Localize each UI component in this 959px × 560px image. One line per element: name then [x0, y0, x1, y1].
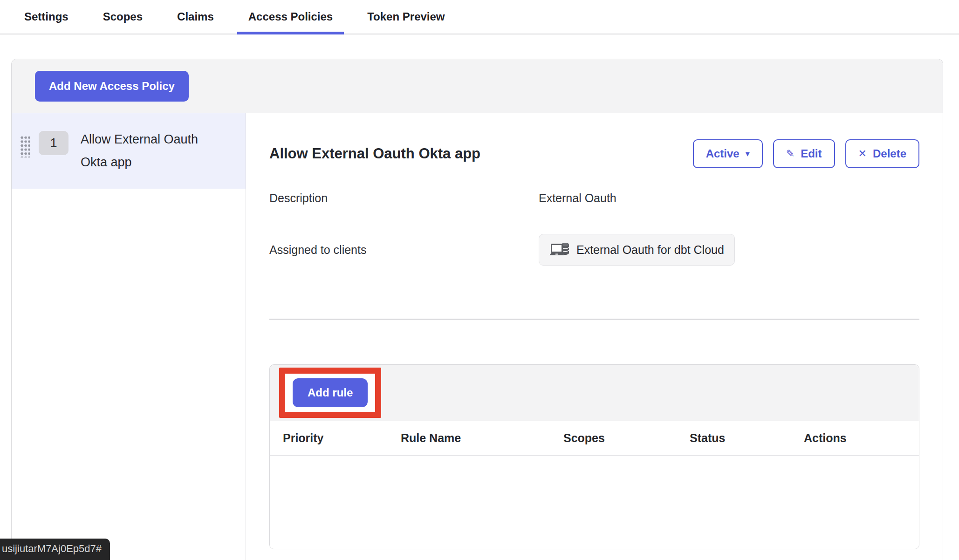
rules-section: Add rule Priority Rule Name Scopes Statu… [269, 364, 919, 549]
add-new-access-policy-button[interactable]: Add New Access Policy [35, 71, 189, 102]
client-chip[interactable]: External Oauth for dbt Cloud [539, 234, 735, 266]
col-status: Status [690, 431, 804, 445]
section-divider [269, 319, 919, 320]
panel-header: Add New Access Policy [12, 59, 943, 113]
rules-header: Add rule [270, 365, 919, 421]
status-link-preview: usijiutarM7Aj0Ep5d7# [0, 539, 110, 560]
col-rule-name: Rule Name [401, 431, 563, 445]
pencil-icon: ✎ [786, 148, 795, 160]
policy-list: 1 Allow External Oauth Okta app [12, 113, 246, 560]
policy-detail: Allow External Oauth Okta app Active ▾ ✎… [246, 113, 943, 560]
description-label: Description [269, 191, 539, 205]
rules-table-body [270, 456, 919, 549]
policy-name: Allow External Oauth Okta app [81, 128, 216, 174]
delete-label: Delete [873, 147, 906, 160]
policy-title: Allow External Oauth Okta app [269, 145, 480, 162]
add-rule-button[interactable]: Add rule [293, 378, 368, 407]
policy-priority-badge: 1 [39, 131, 68, 155]
tab-claims[interactable]: Claims [166, 0, 225, 34]
tab-settings[interactable]: Settings [13, 0, 80, 34]
client-chip-label: External Oauth for dbt Cloud [576, 243, 724, 257]
status-dropdown-button[interactable]: Active ▾ [693, 139, 763, 168]
delete-button[interactable]: ✕ Delete [845, 139, 919, 168]
tab-access-policies[interactable]: Access Policies [237, 0, 344, 34]
client-device-icon [549, 241, 570, 258]
tab-token-preview[interactable]: Token Preview [356, 0, 456, 34]
tab-scopes[interactable]: Scopes [92, 0, 154, 34]
col-scopes: Scopes [563, 431, 690, 445]
edit-label: Edit [801, 147, 822, 160]
tab-bar: Settings Scopes Claims Access Policies T… [0, 0, 959, 34]
assigned-clients-label: Assigned to clients [269, 243, 539, 257]
x-icon: ✕ [858, 148, 867, 160]
drag-handle-icon[interactable] [20, 135, 30, 157]
col-priority: Priority [283, 431, 401, 445]
chevron-down-icon: ▾ [746, 149, 750, 159]
edit-button[interactable]: ✎ Edit [773, 139, 835, 168]
policy-list-item[interactable]: 1 Allow External Oauth Okta app [12, 113, 246, 189]
access-policies-panel: Add New Access Policy 1 Allow External O… [11, 59, 943, 560]
annotation-highlight-box: Add rule [279, 368, 381, 418]
status-label: Active [706, 147, 740, 160]
rules-table-header: Priority Rule Name Scopes Status Actions [270, 421, 919, 456]
description-value: External Oauth [539, 191, 919, 205]
col-actions: Actions [804, 431, 919, 445]
